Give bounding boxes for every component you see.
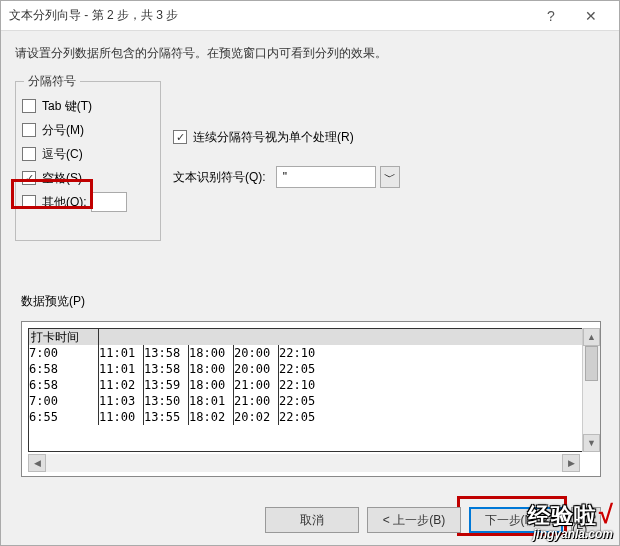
table-cell: 7:00 — [29, 393, 99, 409]
titlebar: 文本分列向导 - 第 2 步，共 3 步 ? ✕ — [1, 1, 619, 31]
table-cell: 18:00 — [189, 377, 234, 393]
table-cell: 22:05 — [279, 393, 329, 409]
consecutive-option[interactable]: 连续分隔符号视为单个处理(R) — [173, 127, 400, 147]
table-row: 6:5811:0213:5918:0021:0022:10 — [29, 377, 593, 393]
scroll-left-icon[interactable]: ◀ — [28, 454, 46, 472]
finish-button[interactable]: 完成(F) — [571, 507, 601, 533]
table-cell: 20:00 — [234, 361, 279, 377]
other-input[interactable] — [91, 192, 127, 212]
table-cell: 6:58 — [29, 377, 99, 393]
next-button[interactable]: 下一步(N) > — [469, 507, 563, 533]
table-cell: 21:00 — [234, 393, 279, 409]
table-cell: 21:00 — [234, 377, 279, 393]
scroll-thumb[interactable] — [585, 346, 598, 381]
finish-label: 完成(F) — [572, 507, 600, 533]
table-cell: 20:02 — [234, 409, 279, 425]
chevron-down-icon: ﹀ — [384, 169, 396, 186]
cancel-label: 取消 — [300, 512, 324, 529]
table-cell: 6:58 — [29, 361, 99, 377]
table-cell: 6:55 — [29, 409, 99, 425]
table-cell: 20:00 — [234, 345, 279, 361]
checkbox-tab[interactable] — [22, 99, 36, 113]
table-cell: 18:01 — [189, 393, 234, 409]
horizontal-scrollbar[interactable]: ◀ ▶ — [28, 454, 580, 472]
table-cell: 11:01 — [99, 345, 144, 361]
scroll-up-icon[interactable]: ▲ — [583, 328, 600, 346]
cancel-button[interactable]: 取消 — [265, 507, 359, 533]
qualifier-value: " — [283, 170, 287, 184]
table-cell: 7:00 — [29, 345, 99, 361]
delimiters-legend: 分隔符号 — [24, 73, 80, 90]
delimiter-semicolon[interactable]: 分号(M) — [22, 120, 154, 140]
table-cell: 22:10 — [279, 345, 329, 361]
scroll-right-icon[interactable]: ▶ — [562, 454, 580, 472]
table-cell: 22:05 — [279, 361, 329, 377]
label-tab: Tab 键(T) — [42, 98, 92, 115]
qualifier-label: 文本识别符号(Q): — [173, 169, 266, 186]
checkbox-semicolon[interactable] — [22, 123, 36, 137]
checkbox-consecutive[interactable] — [173, 130, 187, 144]
qualifier-dropdown-button[interactable]: ﹀ — [380, 166, 400, 188]
help-button[interactable]: ? — [531, 2, 571, 30]
table-cell: 18:02 — [189, 409, 234, 425]
delimiter-comma[interactable]: 逗号(C) — [22, 144, 154, 164]
table-row: 6:5511:0013:5518:0220:0222:05 — [29, 409, 593, 425]
table-cell: 22:05 — [279, 409, 329, 425]
table-cell: 13:59 — [144, 377, 189, 393]
back-button[interactable]: < 上一步(B) — [367, 507, 461, 533]
table-cell: 11:03 — [99, 393, 144, 409]
label-consecutive: 连续分隔符号视为单个处理(R) — [193, 129, 354, 146]
preview-inner: 打卡时间 7:0011:0113:5818:0020:0022:106:5811… — [28, 328, 594, 452]
close-button[interactable]: ✕ — [571, 2, 611, 30]
preview-label: 数据预览(P) — [21, 293, 85, 310]
table-cell: 18:00 — [189, 345, 234, 361]
delimiters-group: 分隔符号 Tab 键(T) 分号(M) 逗号(C) 空格(S) 其他(O): — [15, 81, 161, 241]
qualifier-row: 文本识别符号(Q): " ﹀ — [173, 167, 400, 187]
label-comma: 逗号(C) — [42, 146, 83, 163]
preview-grid: 7:0011:0113:5818:0020:0022:106:5811:0113… — [29, 345, 593, 425]
table-cell: 11:01 — [99, 361, 144, 377]
table-cell: 11:00 — [99, 409, 144, 425]
delimiter-tab[interactable]: Tab 键(T) — [22, 96, 154, 116]
table-cell: 13:58 — [144, 361, 189, 377]
qualifier-input[interactable]: " — [276, 166, 376, 188]
table-cell: 18:00 — [189, 361, 234, 377]
dialog-window: 文本分列向导 - 第 2 步，共 3 步 ? ✕ 请设置分列数据所包含的分隔符号… — [0, 0, 620, 546]
qualifier-combo[interactable]: " ﹀ — [276, 166, 400, 188]
table-row: 7:0011:0313:5018:0121:0022:05 — [29, 393, 593, 409]
instruction-text: 请设置分列数据所包含的分隔符号。在预览窗口内可看到分列的效果。 — [15, 45, 607, 62]
preview-header-col: 打卡时间 — [29, 329, 99, 345]
next-label: 下一步(N) > — [485, 512, 548, 529]
window-title: 文本分列向导 - 第 2 步，共 3 步 — [9, 7, 531, 24]
scroll-down-icon[interactable]: ▼ — [583, 434, 600, 452]
back-label: < 上一步(B) — [383, 512, 445, 529]
vertical-scrollbar[interactable]: ▲ ▼ — [582, 328, 600, 452]
label-semicolon: 分号(M) — [42, 122, 84, 139]
highlight-space-checkbox — [11, 179, 93, 209]
right-options: 连续分隔符号视为单个处理(R) 文本识别符号(Q): " ﹀ — [173, 127, 400, 207]
preview-box: 打卡时间 7:0011:0113:5818:0020:0022:106:5811… — [21, 321, 601, 477]
table-row: 6:5811:0113:5818:0020:0022:05 — [29, 361, 593, 377]
scroll-track[interactable] — [583, 346, 600, 434]
table-cell: 13:55 — [144, 409, 189, 425]
table-cell: 13:58 — [144, 345, 189, 361]
footer-buttons: 取消 < 上一步(B) 下一步(N) > 完成(F) — [265, 507, 601, 533]
table-cell: 11:02 — [99, 377, 144, 393]
table-cell: 13:50 — [144, 393, 189, 409]
checkbox-comma[interactable] — [22, 147, 36, 161]
table-row: 7:0011:0113:5818:0020:0022:10 — [29, 345, 593, 361]
preview-header: 打卡时间 — [29, 329, 593, 345]
table-cell: 22:10 — [279, 377, 329, 393]
